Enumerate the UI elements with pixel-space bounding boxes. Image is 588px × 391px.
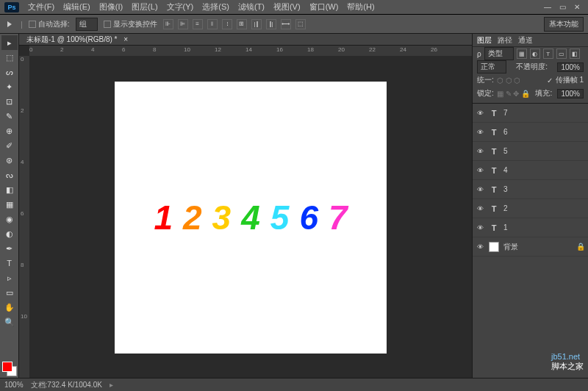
align-icon[interactable]: ⊞ — [237, 19, 247, 29]
show-transform-checkbox[interactable]: 显示变换控件 — [104, 19, 157, 29]
visibility-icon[interactable]: 👁 — [476, 204, 484, 213]
canvas-number[interactable]: 3 — [212, 198, 232, 237]
align-icon[interactable]: ⫶ — [222, 19, 232, 29]
gradient-tool[interactable]: ▦ — [1, 197, 18, 212]
visibility-icon[interactable]: 👁 — [476, 243, 484, 251]
hand-tool[interactable]: ✋ — [1, 300, 18, 315]
menu-filter[interactable]: 滤镜(T) — [234, 0, 269, 14]
visibility-icon[interactable]: 👁 — [476, 166, 484, 175]
distribute-icon[interactable]: |‖ — [251, 19, 262, 29]
healing-tool[interactable]: ⊕ — [1, 123, 18, 138]
align-icon[interactable]: ≡ — [193, 19, 203, 29]
canvas-number[interactable]: 6 — [299, 198, 318, 237]
marquee-tool[interactable]: ⬚ — [1, 50, 18, 65]
pen-tool[interactable]: ✒ — [1, 241, 18, 256]
maximize-button[interactable]: ▭ — [556, 2, 569, 12]
layer-row[interactable]: 👁T5 — [473, 142, 588, 161]
color-swatches[interactable] — [2, 362, 17, 376]
layer-name: 背景 — [503, 242, 518, 252]
type-layer-icon: T — [489, 204, 499, 214]
zoom-tool[interactable]: 🔍 — [1, 315, 18, 329]
wand-tool[interactable]: ✦ — [1, 79, 18, 94]
visibility-icon[interactable]: 👁 — [476, 109, 484, 118]
opacity-value[interactable]: 100% — [557, 62, 584, 72]
auto-select-dropdown[interactable]: 组 — [76, 18, 98, 31]
history-brush-tool[interactable]: ᔓ — [1, 168, 18, 182]
crop-tool[interactable]: ⊡ — [1, 94, 18, 109]
shape-tool[interactable]: ▭ — [1, 285, 18, 300]
align-icon[interactable]: ⫴ — [207, 19, 218, 29]
visibility-icon[interactable]: 👁 — [476, 185, 484, 194]
eraser-tool[interactable]: ◧ — [1, 182, 18, 197]
menu-image[interactable]: 图像(I) — [95, 0, 127, 14]
distribute-icon[interactable]: ‖| — [266, 19, 276, 29]
opacity-label: 不透明度: — [516, 62, 548, 72]
right-panels: 图层 路径 通道 ρ类型 ▦ ◐ T ▭ ◧ 正常 不透明度: 100% 统一:… — [472, 34, 588, 379]
layer-row[interactable]: 👁T2 — [473, 199, 588, 218]
tab-layers[interactable]: 图层 — [477, 35, 492, 46]
filter-type-icon[interactable]: T — [543, 49, 553, 59]
workspace-switcher[interactable]: 基本功能 — [544, 17, 584, 32]
lasso-tool[interactable]: ᔕ — [1, 65, 18, 79]
move-tool-icon[interactable] — [4, 19, 15, 29]
document-tab[interactable]: 未标题-1 @ 100%(RGB/8) * × — [24, 35, 131, 45]
tab-channels[interactable]: 通道 — [518, 35, 533, 46]
move-tool[interactable]: ▸ — [1, 35, 18, 50]
menu-window[interactable]: 窗口(W) — [305, 0, 343, 14]
minimize-button[interactable]: — — [541, 2, 554, 12]
canvas-number[interactable]: 7 — [329, 198, 348, 237]
layer-name: 5 — [503, 147, 508, 155]
canvas-viewport[interactable]: 1234567 — [29, 56, 472, 379]
menu-type[interactable]: 文字(Y) — [162, 0, 198, 14]
foreground-color[interactable] — [2, 362, 12, 372]
layer-row[interactable]: 👁T4 — [473, 161, 588, 180]
visibility-icon[interactable]: 👁 — [476, 147, 484, 156]
path-tool[interactable]: ▹ — [1, 270, 18, 285]
brush-tool[interactable]: ✐ — [1, 138, 18, 153]
close-tab-icon[interactable]: × — [123, 35, 128, 43]
3d-mode-icon[interactable]: ⬚ — [295, 19, 306, 29]
options-bar: | 自动选择: 组 显示变换控件 ⊪ ⊫ ≡ ⫴ ⫶ ⊞ |‖ ‖| ⟷ ⬚ 基… — [0, 15, 588, 34]
filter-shape-icon[interactable]: ▭ — [556, 49, 567, 59]
menu-select[interactable]: 选择(S) — [198, 0, 234, 14]
type-layer-icon: T — [489, 184, 499, 195]
close-button[interactable]: ✕ — [570, 2, 584, 12]
auto-select-checkbox[interactable]: 自动选择: — [29, 19, 70, 29]
filter-kind-dropdown[interactable]: 类型 — [484, 47, 514, 60]
eyedropper-tool[interactable]: ✎ — [1, 109, 18, 123]
layer-row[interactable]: 👁T6 — [473, 123, 588, 142]
layer-row[interactable]: 👁T3 — [473, 180, 588, 199]
menu-help[interactable]: 帮助(H) — [343, 0, 379, 14]
dodge-tool[interactable]: ◐ — [1, 226, 18, 241]
layer-row[interactable]: 👁T1 — [473, 218, 588, 237]
visibility-icon[interactable]: 👁 — [476, 223, 484, 232]
background-layer[interactable]: 👁背景🔒 — [473, 237, 588, 257]
layer-name: 2 — [503, 204, 508, 212]
blend-mode-dropdown[interactable]: 正常 — [477, 60, 506, 73]
visibility-icon[interactable]: 👁 — [476, 128, 484, 137]
tab-paths[interactable]: 路径 — [498, 35, 512, 46]
filter-image-icon[interactable]: ▦ — [517, 49, 527, 59]
align-icon[interactable]: ⊫ — [178, 19, 188, 29]
type-layer-icon: T — [489, 127, 499, 137]
blur-tool[interactable]: ◉ — [1, 212, 18, 226]
canvas[interactable]: 1234567 — [115, 82, 387, 354]
fill-value[interactable]: 100% — [557, 89, 584, 98]
canvas-number[interactable]: 5 — [270, 198, 290, 237]
canvas-number[interactable]: 1 — [154, 198, 173, 237]
filter-adjust-icon[interactable]: ◐ — [530, 49, 540, 59]
distribute-icon[interactable]: ⟷ — [281, 19, 291, 29]
canvas-number[interactable]: 2 — [183, 198, 202, 237]
menu-layer[interactable]: 图层(L) — [127, 0, 162, 14]
canvas-number[interactable]: 4 — [241, 198, 260, 237]
menu-view[interactable]: 视图(V) — [269, 0, 305, 14]
stamp-tool[interactable]: ⊛ — [1, 153, 18, 168]
menu-edit[interactable]: 编辑(E) — [59, 0, 95, 14]
document-info[interactable]: 文档:732.4 K/1004.0K — [31, 380, 102, 390]
menu-file[interactable]: 文件(F) — [24, 0, 59, 14]
type-tool[interactable]: T — [1, 256, 18, 270]
layer-row[interactable]: 👁T7 — [473, 104, 588, 123]
filter-smart-icon[interactable]: ◧ — [570, 49, 580, 59]
zoom-level[interactable]: 100% — [4, 381, 24, 389]
align-icon[interactable]: ⊪ — [163, 19, 173, 29]
